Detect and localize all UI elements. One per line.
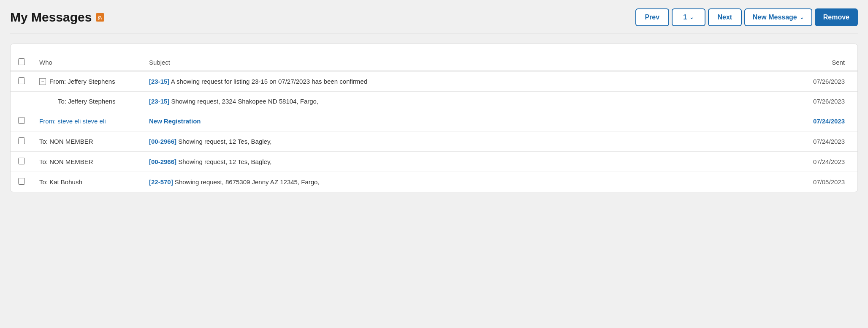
row-subject: [23-15] Showing request, 2324 Shakopee N… [142, 92, 803, 111]
subject-text: Showing request, 12 Tes, Bagley, [176, 138, 271, 145]
prev-button[interactable]: Prev [635, 8, 669, 26]
subject-tag-link[interactable]: [23-15] [149, 98, 169, 105]
row-checkbox-cell [11, 111, 33, 131]
header-who: Who [33, 54, 142, 71]
subject-text: Showing request, 12 Tes, Bagley, [176, 158, 271, 165]
new-message-button[interactable]: New Message ⌄ [744, 8, 812, 26]
who-text: To: NON MEMBER [39, 158, 93, 165]
row-sent: 07/24/2023 [803, 131, 857, 152]
row-who: To: Jeffery Stephens [33, 92, 142, 111]
row-checkbox[interactable] [18, 178, 25, 185]
subject-link[interactable]: New Registration [149, 118, 201, 125]
row-subject: New Registration [142, 111, 803, 131]
subject-text: Showing request, 8675309 Jenny AZ 12345,… [173, 178, 320, 186]
table-row: To: Jeffery Stephens[23-15] Showing requ… [11, 92, 857, 111]
page-selector[interactable]: 1 ⌄ [672, 8, 705, 26]
row-checkbox-cell [11, 92, 33, 111]
row-sent: 07/26/2023 [803, 92, 857, 111]
row-checkbox-cell [11, 131, 33, 152]
who-text: To: NON MEMBER [39, 138, 93, 145]
table-header-row: Who Subject Sent [11, 54, 857, 71]
subject-text: A showing request for listing 23-15 on 0… [169, 78, 367, 85]
row-subject: [00-2966] Showing request, 12 Tes, Bagle… [142, 131, 803, 152]
who-text: To: Kat Bohush [39, 178, 82, 186]
row-sent: 07/05/2023 [803, 172, 857, 192]
messages-content: Who Subject Sent −From: Jeffery Stephens… [10, 44, 858, 192]
collapse-icon[interactable]: − [39, 78, 46, 85]
row-sent: 07/26/2023 [803, 71, 857, 92]
table-row: To: NON MEMBER[00-2966] Showing request,… [11, 131, 857, 152]
row-checkbox[interactable] [18, 137, 25, 144]
row-who: To: NON MEMBER [33, 131, 142, 152]
subject-tag-link[interactable]: [23-15] [149, 78, 169, 85]
row-sent: 07/24/2023 [803, 111, 857, 131]
who-text: From: Jeffery Stephens [49, 78, 115, 85]
subject-tag-link[interactable]: [22-570] [149, 178, 173, 186]
subject-text: Showing request, 2324 Shakopee ND 58104,… [169, 98, 318, 105]
remove-button[interactable]: Remove [815, 8, 858, 26]
select-all-checkbox[interactable] [18, 58, 25, 65]
row-who: From: steve eli steve eli [33, 111, 142, 131]
rss-icon[interactable] [96, 13, 104, 22]
row-checkbox[interactable] [18, 158, 25, 164]
row-subject: [22-570] Showing request, 8675309 Jenny … [142, 172, 803, 192]
subject-tag-link[interactable]: [00-2966] [149, 158, 176, 165]
who-text: To: Jeffery Stephens [58, 98, 115, 105]
row-who: To: NON MEMBER [33, 152, 142, 172]
page-title: My Messages [10, 10, 92, 25]
header-sent: Sent [803, 54, 857, 71]
header-left: My Messages [10, 10, 104, 25]
row-checkbox-cell [11, 71, 33, 92]
row-checkbox-cell [11, 152, 33, 172]
header-actions: Prev 1 ⌄ Next New Message ⌄ Remove [635, 8, 858, 26]
svg-point-0 [98, 19, 99, 20]
subject-tag-link[interactable]: [00-2966] [149, 138, 176, 145]
next-button[interactable]: Next [708, 8, 742, 26]
table-row: From: steve eli steve eliNew Registratio… [11, 111, 857, 131]
row-checkbox[interactable] [18, 117, 25, 124]
table-row: To: NON MEMBER[00-2966] Showing request,… [11, 152, 857, 172]
row-sent: 07/24/2023 [803, 152, 857, 172]
row-who: To: Kat Bohush [33, 172, 142, 192]
chevron-down-icon: ⌄ [689, 14, 694, 20]
row-subject: [23-15] A showing request for listing 23… [142, 71, 803, 92]
row-checkbox-cell [11, 172, 33, 192]
row-who: −From: Jeffery Stephens [33, 71, 142, 92]
header-subject: Subject [142, 54, 803, 71]
table-row: −From: Jeffery Stephens[23-15] A showing… [11, 71, 857, 92]
row-subject: [00-2966] Showing request, 12 Tes, Bagle… [142, 152, 803, 172]
messages-table: Who Subject Sent −From: Jeffery Stephens… [11, 54, 857, 192]
page-header: My Messages Prev 1 ⌄ Next New Message ⌄ … [10, 8, 858, 33]
table-row: To: Kat Bohush[22-570] Showing request, … [11, 172, 857, 192]
who-link[interactable]: From: steve eli steve eli [39, 118, 106, 125]
header-checkbox-col [11, 54, 33, 71]
chevron-down-icon: ⌄ [800, 14, 804, 20]
row-checkbox[interactable] [18, 77, 25, 84]
